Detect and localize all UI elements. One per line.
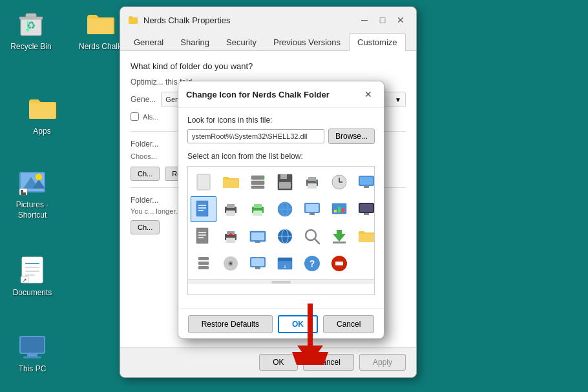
icons-grid-container[interactable]: 1 ? [187,166,375,295]
tab-sharing[interactable]: Sharing [172,33,218,51]
svg-rect-98 [335,262,343,265]
icon-folder-open[interactable] [353,223,375,249]
tab-previous-versions[interactable]: Previous Versions [265,33,349,51]
change-icon-button[interactable]: Ch... [131,220,160,234]
svg-rect-20 [27,354,37,356]
svg-rect-58 [338,207,341,212]
svg-text:1: 1 [284,264,286,269]
desktop-icon-pictures-shortcut[interactable]: Pictures - Shortcut [3,164,61,223]
icon-monitor2[interactable] [353,196,375,222]
svg-line-77 [315,239,319,243]
restore-defaults-button[interactable]: Restore Defaults [188,315,273,333]
change-icon-title: Change Icon for Nerds Chalk Folder [186,90,330,99]
svg-rect-82 [198,262,209,265]
properties-titlebar: Nerds Chalk Properties ─ □ ✕ [120,7,416,33]
svg-text:?: ? [310,258,315,269]
properties-bottom-buttons: OK Cancel Apply [120,347,416,377]
tab-general[interactable]: General [125,33,172,51]
documents-label: Documents [13,288,52,298]
icon-server[interactable] [245,169,271,195]
change-icon-dialog: Change Icon for Nerds Chalk Folder ✕ Loo… [178,81,384,339]
svg-rect-89 [255,267,260,269]
file-path-input[interactable]: ystemRoot%\System32\SHELL32.dll [187,129,324,143]
icon-folder[interactable] [218,169,244,195]
minimize-button[interactable]: ─ [357,12,372,28]
svg-point-86 [229,262,232,265]
svg-rect-88 [251,258,264,266]
also-apply-checkbox[interactable] [131,112,139,121]
desktop-icon-apps[interactable]: Apps [13,90,71,139]
maximize-button[interactable]: □ [375,12,390,28]
icon-help[interactable]: ? [299,251,325,276]
svg-rect-21 [23,356,41,358]
recycle-bin-label: Recycle Bin [10,42,51,52]
desktop-icon-this-pc[interactable]: This PC [3,328,61,377]
svg-rect-81 [198,257,209,260]
svg-rect-57 [334,210,337,212]
svg-point-33 [316,181,318,183]
svg-rect-45 [227,204,235,208]
icon-blank[interactable] [191,169,216,195]
svg-rect-19 [21,337,44,353]
svg-rect-32 [308,183,317,189]
apps-folder-icon [26,93,58,124]
browse-button[interactable]: Browse... [328,129,375,144]
svg-rect-92 [278,258,292,261]
svg-marker-101 [297,346,323,364]
icon-globe[interactable] [272,196,298,222]
tab-customize[interactable]: Customize [349,33,405,51]
desktop-icon-documents[interactable]: ↗ Documents [3,252,61,301]
icon-download-green[interactable] [326,223,352,249]
tab-security[interactable]: Security [218,33,265,51]
recycle-bin-icon: ♻ [16,8,47,39]
pictures-shortcut-label: Pictures - Shortcut [16,200,49,220]
icon-monitor-blue[interactable] [299,196,325,222]
properties-title: Nerds Chalk Properties [143,15,230,25]
close-button[interactable]: ✕ [393,12,408,28]
icon-doc3[interactable] [191,223,216,249]
svg-rect-49 [253,211,262,216]
icon-printer[interactable] [299,169,325,195]
properties-apply-button[interactable]: Apply [359,354,406,371]
choose-file-button[interactable]: Ch... [131,167,160,181]
documents-icon: ↗ [17,254,48,285]
icon-printer2[interactable] [218,196,244,222]
nerds-chalk-label: Nerds Chalk [79,42,121,52]
svg-text:♻: ♻ [26,20,36,31]
icon-monitor-flat[interactable] [245,223,271,249]
this-pc-icon [17,331,48,362]
change-icon-titlebar: Change Icon for Nerds Chalk Folder ✕ [178,81,384,108]
icon-floppy[interactable] [272,169,298,195]
svg-rect-79 [337,230,342,235]
desktop-icon-recycle-bin[interactable]: ♻ Recycle Bin [2,6,60,55]
icon-printer5[interactable] [218,223,244,249]
svg-rect-46 [226,211,235,216]
svg-rect-2 [19,17,43,19]
icon-calendar2[interactable]: 1 [272,251,298,276]
icon-search[interactable] [299,223,325,249]
look-for-label: Look for icons in this file: [187,116,375,125]
cancel-button[interactable]: Cancel [323,315,374,333]
icon-monitor-yellow[interactable] [245,251,271,276]
svg-rect-80 [333,242,346,243]
change-icon-dialog-buttons: Restore Defaults OK Cancel [178,308,384,340]
svg-rect-29 [279,182,291,189]
svg-rect-25 [251,186,264,189]
nerds-chalk-folder-icon [85,8,116,39]
icon-printer-green[interactable] [245,196,271,222]
icon-stop[interactable] [326,251,352,276]
general-text: Gene... [131,95,156,104]
icon-server2[interactable] [191,251,216,276]
svg-point-8 [36,174,42,180]
svg-rect-38 [360,177,373,185]
icon-chart[interactable] [326,196,352,222]
icon-display-blue[interactable] [353,169,375,195]
icon-globe-blue[interactable] [272,223,298,249]
svg-rect-39 [364,186,369,188]
change-icon-close-button[interactable]: ✕ [361,87,376,102]
svg-rect-48 [254,204,262,208]
icon-disc2[interactable] [218,251,244,276]
svg-rect-71 [251,232,264,240]
icon-doc-blue-selected[interactable] [191,196,216,222]
icon-clock[interactable] [326,169,352,195]
